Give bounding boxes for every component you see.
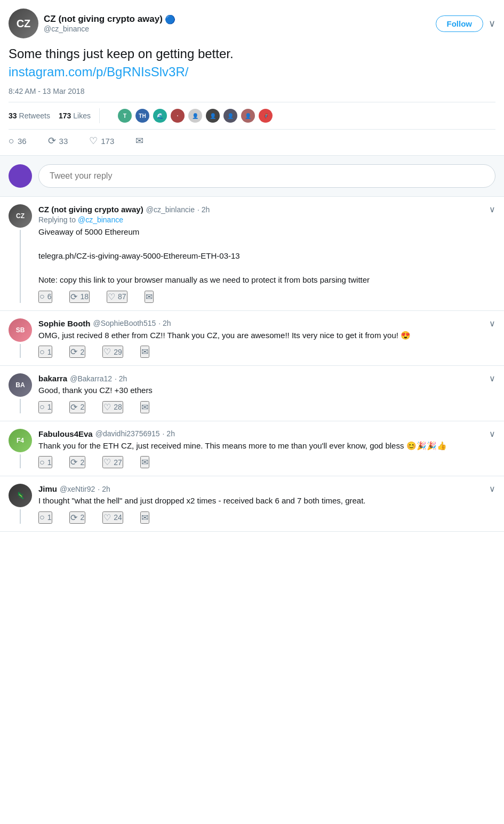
reply-mail-button[interactable]: ✉ [145, 291, 154, 303]
tweet-link[interactable]: instagram.com/p/BgRNIsSlv3R/ [9, 65, 188, 79]
reply-left: 🦎 [9, 484, 32, 524]
reply-like-count: 27 [114, 458, 122, 467]
retweet-stat: 33 Retweets [9, 111, 50, 120]
reply-chevron-icon[interactable]: ∨ [489, 318, 495, 329]
reply-item: F4 Fabulous4Eva @davidhi23756915 · 2h ∨ … [0, 421, 504, 477]
reply-retweet-button[interactable]: ⟳ 2 [69, 401, 85, 413]
likes-avatar: · [170, 108, 186, 124]
likes-avatar: 🌊 [152, 108, 168, 124]
reply-left: F4 [9, 429, 32, 469]
reply-to-link[interactable]: @cz_binance [78, 215, 123, 224]
reply-author-info: Fabulous4Eva @davidhi23756915 · 2h [38, 429, 175, 438]
reply-chevron-icon[interactable]: ∨ [489, 373, 495, 383]
reply-reply-button[interactable]: ○ 6 [38, 291, 52, 303]
reply-avatar: CZ [9, 204, 32, 228]
reply-reply-icon: ○ [39, 513, 45, 522]
reply-author-row: Sophie Booth @SophieBooth515 · 2h ∨ [38, 318, 495, 329]
reply-handle: @davidhi23756915 [95, 429, 160, 438]
tweet-actions-row: ○ 36 ⟳ 33 ♡ 173 ✉ [9, 130, 495, 155]
reply-time: · 2h [197, 205, 210, 214]
reply-time: · 2h [163, 429, 175, 438]
reply-avatar: SB [9, 318, 32, 342]
reply-time: · 2h [115, 374, 127, 383]
author-row: CZ CZ (not giving crypto away) 🔵 @cz_bin… [9, 9, 495, 38]
reply-author-row: Fabulous4Eva @davidhi23756915 · 2h ∨ [38, 429, 495, 439]
reply-like-count: 24 [114, 513, 122, 522]
reply-content: I thought "what the hell" and just dropp… [38, 495, 495, 507]
tweet-stats-row: 33 Retweets 173 Likes T TH 🌊 · 👤 👤 👤 👤 🦸 [9, 102, 495, 130]
reply-retweet-button[interactable]: ⟳ 2 [69, 511, 85, 524]
reply-like-button[interactable]: ♡ 29 [102, 346, 123, 358]
reply-retweet-icon: ⟳ [70, 457, 77, 467]
reply-like-button[interactable]: ♡ 27 [102, 456, 123, 468]
reply-retweet-icon: ⟳ [70, 402, 77, 412]
tweet-container: CZ CZ (not giving crypto away) 🔵 @cz_bin… [0, 0, 504, 532]
reply-reply-icon: ○ [39, 292, 45, 301]
reply-right: Fabulous4Eva @davidhi23756915 · 2h ∨ Tha… [38, 429, 495, 469]
reply-reply-button[interactable]: ○ 1 [38, 401, 52, 413]
reply-mail-button[interactable]: ✉ [140, 401, 149, 413]
reply-like-button[interactable]: ♡ 24 [102, 511, 123, 524]
reply-like-count: 29 [114, 348, 122, 356]
reply-reply-count: 1 [47, 513, 52, 522]
likes-label: Likes [73, 111, 91, 120]
reply-reply-count: 1 [47, 458, 52, 467]
likes-avatar: 👤 [240, 108, 256, 124]
chevron-down-icon[interactable]: ∨ [489, 18, 495, 29]
thread-line [20, 344, 21, 358]
mail-icon: ✉ [135, 135, 143, 147]
reply-like-icon: ♡ [103, 402, 111, 412]
reply-right: Sophie Booth @SophieBooth515 · 2h ∨ OMG,… [38, 318, 495, 358]
reply-item: SB Sophie Booth @SophieBooth515 · 2h ∨ O… [0, 311, 504, 366]
reply-action-button[interactable]: ○ 36 [9, 135, 27, 147]
thread-line [20, 454, 21, 469]
mail-action-button[interactable]: ✉ [135, 135, 143, 147]
reply-author-row: bakarra @Bakarra12 · 2h ∨ [38, 373, 495, 383]
reply-content: Giveaway of 5000 Ethereum telegra.ph/CZ-… [38, 226, 495, 286]
reply-handle: @cz_binlancie [146, 205, 195, 214]
reply-author-info: bakarra @Bakarra12 · 2h [38, 374, 127, 383]
reply-chevron-icon[interactable]: ∨ [489, 484, 495, 494]
reply-chevron-icon[interactable]: ∨ [489, 429, 495, 439]
like-action-button[interactable]: ♡ 173 [89, 135, 114, 147]
reply-item: CZ CZ (not giving crypto away) @cz_binla… [0, 197, 504, 311]
reply-reply-icon: ○ [39, 402, 45, 412]
reply-mail-icon: ✉ [141, 347, 148, 357]
reply-reply-button[interactable]: ○ 1 [38, 346, 52, 358]
reply-time: · 2h [158, 319, 171, 327]
reply-mail-button[interactable]: ✉ [140, 346, 149, 358]
reply-time: · 2h [98, 485, 110, 493]
reply-mail-button[interactable]: ✉ [140, 511, 149, 524]
replies-section: CZ CZ (not giving crypto away) @cz_binla… [0, 197, 504, 532]
reply-handle: @Bakarra12 [70, 374, 112, 383]
retweet-action-button[interactable]: ⟳ 33 [48, 135, 68, 147]
reply-reply-count: 6 [47, 292, 52, 301]
reply-reply-icon: ○ [39, 458, 45, 467]
reply-item: BA bakarra @Bakarra12 · 2h ∨ Good, thank… [0, 366, 504, 421]
reply-mail-button[interactable]: ✉ [140, 456, 149, 468]
reply-chevron-icon[interactable]: ∨ [489, 204, 495, 214]
reply-mail-icon: ✉ [146, 292, 153, 302]
reply-left: BA [9, 373, 32, 413]
reply-content: OMG, just recived 8 ether from CZ!! Than… [38, 330, 495, 342]
reply-retweet-button[interactable]: ⟳ 2 [69, 346, 85, 358]
reply-like-button[interactable]: ♡ 87 [107, 291, 127, 303]
reply-avatar: F4 [9, 429, 32, 452]
reply-like-icon: ♡ [103, 347, 111, 357]
main-tweet: CZ CZ (not giving crypto away) 🔵 @cz_bin… [0, 0, 504, 156]
reply-like-button[interactable]: ♡ 28 [102, 401, 123, 413]
reply-right: Jimu @xeNtir92 · 2h ∨ I thought "what th… [38, 484, 495, 524]
reply-reply-button[interactable]: ○ 1 [38, 456, 52, 468]
reply-left: CZ [9, 204, 32, 303]
reply-retweet-button[interactable]: ⟳ 18 [69, 291, 90, 303]
reply-retweet-button[interactable]: ⟳ 2 [69, 456, 85, 468]
reply-actions: ○ 1 ⟳ 2 ♡ 27 ✉ [38, 456, 495, 468]
reply-input[interactable] [38, 164, 495, 188]
reply-handle: @SophieBooth515 [93, 319, 156, 327]
reply-right: bakarra @Bakarra12 · 2h ∨ Good, thank yo… [38, 373, 495, 413]
reply-author-name: Jimu [38, 484, 57, 493]
reply-item: 🦎 Jimu @xeNtir92 · 2h ∨ I thought "what … [0, 476, 504, 532]
reply-reply-button[interactable]: ○ 1 [38, 511, 52, 524]
reply-retweet-count: 2 [80, 513, 84, 522]
follow-button[interactable]: Follow [436, 15, 484, 32]
